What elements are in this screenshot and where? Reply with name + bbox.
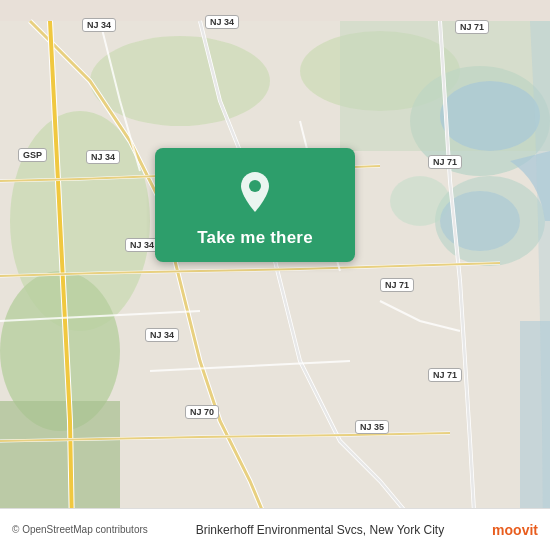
place-info: Brinkerhoff Environmental Svcs, New York…	[148, 523, 492, 537]
location-icon	[229, 166, 281, 218]
map-container: NJ 34 NJ 34 NJ 71 GSP NJ 34 NJ 71 NJ 34 …	[0, 0, 550, 550]
take-me-there-button[interactable]: Take me there	[197, 228, 313, 248]
road-label-nj71-mid-right: NJ 71	[428, 155, 462, 169]
moovit-logo-text: moovit	[492, 522, 538, 538]
road-label-nj34-lower: NJ 34	[145, 328, 179, 342]
take-me-there-card[interactable]: Take me there	[155, 148, 355, 262]
road-label-nj34-mid-left: NJ 34	[86, 150, 120, 164]
road-label-nj35-bottom: NJ 35	[355, 420, 389, 434]
svg-point-10	[440, 81, 540, 151]
moovit-logo: moovit	[492, 522, 538, 538]
road-label-nj71-bottom: NJ 71	[428, 368, 462, 382]
road-label-nj34-center: NJ 34	[125, 238, 159, 252]
road-label-nj34-top-left: NJ 34	[82, 18, 116, 32]
bottom-bar: © OpenStreetMap contributors Brinkerhoff…	[0, 508, 550, 550]
svg-point-4	[90, 36, 270, 126]
road-label-nj71-lower: NJ 71	[380, 278, 414, 292]
road-label-nj71-top-right: NJ 71	[455, 20, 489, 34]
road-label-gsp: GSP	[18, 148, 47, 162]
road-label-nj34-top-center: NJ 34	[205, 15, 239, 29]
osm-attribution: © OpenStreetMap contributors	[12, 524, 148, 535]
road-label-nj70-bottom: NJ 70	[185, 405, 219, 419]
map-background	[0, 0, 550, 550]
svg-point-13	[249, 180, 261, 192]
